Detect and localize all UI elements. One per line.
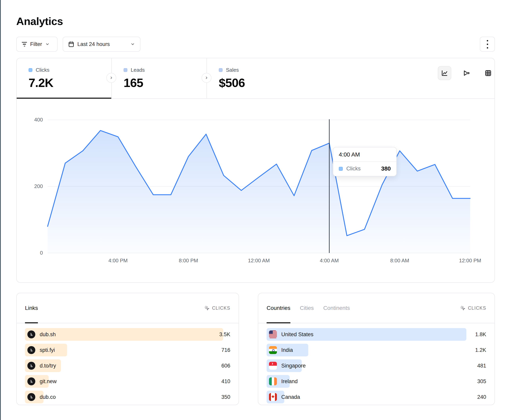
x-axis-tick: 12:00 AM xyxy=(248,258,270,264)
clicks-tab-label: Clicks xyxy=(36,67,49,73)
dub-logo-icon xyxy=(27,393,35,401)
link-row[interactable]: d.to/try 606 xyxy=(25,359,230,372)
sales-tab-label: Sales xyxy=(226,67,239,73)
countries-metric-label: CLICKS xyxy=(468,305,486,311)
link-row[interactable]: dub.sh 3.5K xyxy=(25,328,230,341)
grid-icon xyxy=(485,70,492,77)
leads-series-swatch-icon xyxy=(124,68,127,72)
dub-logo-icon xyxy=(27,362,35,370)
leads-tab-label: Leads xyxy=(131,67,145,73)
link-row[interactable]: spti.fyi 716 xyxy=(25,344,230,356)
page-title: Analytics xyxy=(16,15,63,27)
india-flag-icon xyxy=(269,346,277,354)
chart-view-toggles xyxy=(438,66,495,80)
chevron-right-icon: › xyxy=(110,74,112,81)
link-label: git.new xyxy=(40,378,57,384)
country-row[interactable]: Canada 240 xyxy=(267,391,486,403)
x-axis-tick: 4:00 PM xyxy=(109,258,128,264)
country-row[interactable]: India 1.2K xyxy=(267,344,486,356)
country-row[interactable]: Singapore 481 xyxy=(267,359,486,372)
link-clicks-value: 410 xyxy=(221,378,230,384)
country-clicks-value: 1.2K xyxy=(475,347,486,353)
country-clicks-value: 305 xyxy=(477,378,486,384)
table-view-button[interactable] xyxy=(481,66,495,80)
tab-countries[interactable]: Countries xyxy=(267,293,290,323)
dub-logo-icon xyxy=(27,346,35,354)
tab-cities[interactable]: Cities xyxy=(300,293,314,323)
dub-logo-icon xyxy=(27,330,35,338)
clicks-series-swatch-icon xyxy=(339,167,343,171)
tab-clicks[interactable]: Clicks 7.2K xyxy=(17,58,112,98)
kebab-vertical-icon xyxy=(487,40,488,49)
filter-bars-icon xyxy=(22,42,27,46)
calendar-icon xyxy=(68,41,74,47)
singapore-flag-icon xyxy=(269,362,277,370)
x-axis-tick: 12:00 PM xyxy=(459,258,481,264)
tab-continents[interactable]: Continents xyxy=(323,293,350,323)
links-tab-label: Links xyxy=(25,305,38,311)
link-label: dub.co xyxy=(40,394,56,400)
sales-series-swatch-icon xyxy=(219,68,223,72)
filter-button-label: Filter xyxy=(30,41,42,47)
clicks-series-swatch-icon xyxy=(29,68,32,72)
countries-list: United States 1.8K India 1.2K Singapore … xyxy=(258,323,494,403)
chevron-right-icon: › xyxy=(206,74,207,81)
country-label: Ireland xyxy=(281,378,298,384)
date-range-label: Last 24 hours xyxy=(77,41,110,47)
clicks-tab-value: 7.2K xyxy=(29,76,111,90)
funnel-view-button[interactable] xyxy=(460,66,473,80)
country-clicks-value: 481 xyxy=(477,363,486,369)
link-clicks-value: 716 xyxy=(221,347,230,353)
link-label: d.to/try xyxy=(40,363,56,369)
country-label: Canada xyxy=(281,394,300,400)
filter-button[interactable]: Filter xyxy=(16,37,58,52)
expand-clicks-leads-button[interactable]: › xyxy=(106,73,116,83)
link-clicks-value: 350 xyxy=(221,394,230,400)
line-chart-view-button[interactable] xyxy=(438,66,451,80)
tooltip-time: 4:00 AM xyxy=(333,147,396,162)
tab-leads[interactable]: Leads 165 xyxy=(112,58,207,98)
more-options-button[interactable] xyxy=(480,37,495,52)
gridline-200 xyxy=(48,186,470,187)
leads-tab-value: 165 xyxy=(124,76,207,90)
links-metric-label: CLICKS xyxy=(212,305,230,311)
canada-flag-icon xyxy=(269,393,277,401)
links-panel: Links CLICKS dub.sh 3.5K spti.fyi 716 xyxy=(16,293,239,405)
chevron-down-icon xyxy=(131,42,135,46)
date-range-button[interactable]: Last 24 hours xyxy=(63,37,141,52)
links-metric-header[interactable]: CLICKS xyxy=(204,305,230,311)
country-label: United States xyxy=(281,332,314,338)
link-clicks-value: 606 xyxy=(221,363,230,369)
link-row[interactable]: dub.co 350 xyxy=(25,391,230,403)
funnel-icon xyxy=(463,70,470,77)
x-axis-tick: 4:00 AM xyxy=(320,258,339,264)
link-clicks-value: 3.5K xyxy=(219,332,230,338)
cities-tab-label: Cities xyxy=(300,305,314,311)
page-left-edge-strip xyxy=(0,0,1,420)
stat-tabs: Clicks 7.2K Leads 165 Sales $506 xyxy=(17,58,494,99)
y-axis-tick: 400 xyxy=(20,117,43,123)
chart-tooltip: 4:00 AM Clicks 380 xyxy=(333,147,397,176)
chevron-down-icon xyxy=(45,42,50,46)
line-chart-icon xyxy=(441,70,448,77)
country-row[interactable]: Ireland 305 xyxy=(267,375,486,388)
country-clicks-value: 1.8K xyxy=(475,332,486,338)
tooltip-series-label: Clicks xyxy=(346,166,378,172)
countries-panel: Countries Cities Continents CLICKS Unite… xyxy=(258,293,495,405)
expand-leads-sales-button[interactable]: › xyxy=(202,73,211,83)
countries-metric-header[interactable]: CLICKS xyxy=(460,305,486,311)
link-label: spti.fyi xyxy=(40,347,55,353)
analytics-chart-card: Clicks 7.2K Leads 165 Sales $506 xyxy=(16,58,495,283)
x-axis-tick: 8:00 AM xyxy=(390,258,409,264)
gridline-400 xyxy=(48,120,470,120)
link-label: dub.sh xyxy=(40,332,56,338)
us-flag-icon xyxy=(269,330,277,338)
link-row[interactable]: git.new 410 xyxy=(25,375,230,388)
country-row[interactable]: United States 1.8K xyxy=(267,328,486,341)
country-clicks-value: 240 xyxy=(477,394,486,400)
country-label: India xyxy=(281,347,293,353)
mouse-pointer-click-icon xyxy=(204,305,210,311)
tab-links[interactable]: Links xyxy=(25,293,38,323)
links-list: dub.sh 3.5K spti.fyi 716 d.to/try 606 xyxy=(17,323,239,403)
gridline-0 xyxy=(48,253,470,253)
